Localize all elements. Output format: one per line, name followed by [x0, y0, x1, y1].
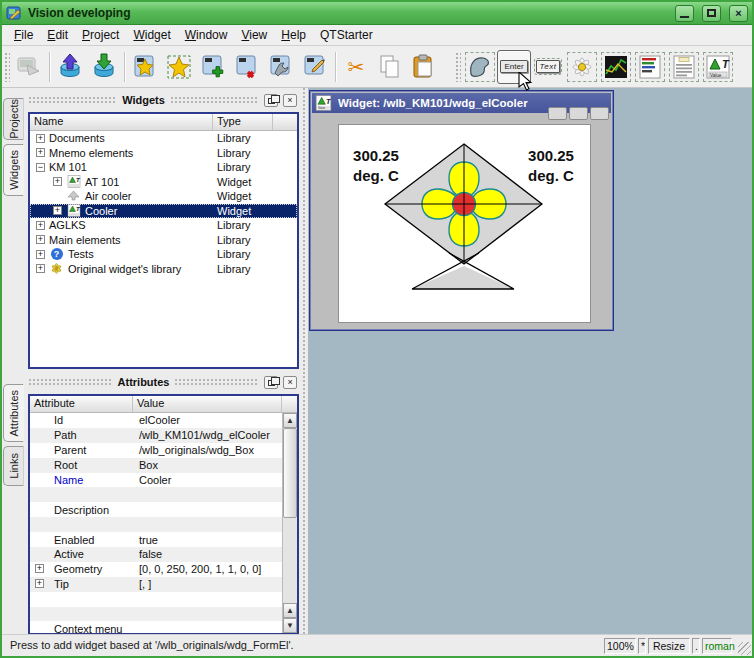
- attr-row-enabled[interactable]: Enabledtrue: [30, 532, 297, 547]
- tree-row-documents[interactable]: + Documents Library: [30, 131, 297, 146]
- attr-row-active[interactable]: Activefalse: [30, 547, 297, 562]
- minimize-button[interactable]: [675, 5, 694, 22]
- menu-file[interactable]: File: [12, 26, 45, 44]
- attr-row-tip[interactable]: +Tip[, ]: [30, 577, 297, 592]
- air-cooler-icon: [66, 190, 81, 203]
- load-from-db-button[interactable]: [53, 50, 87, 84]
- tab-links[interactable]: Links: [3, 446, 24, 486]
- scroll-down-icon[interactable]: ▼: [283, 618, 297, 633]
- menu-help[interactable]: Help: [279, 26, 318, 44]
- cut-icon: ✂: [348, 55, 365, 79]
- expander-icon[interactable]: +: [36, 250, 45, 259]
- diagram-element-icon: [603, 54, 629, 80]
- menu-edit[interactable]: Edit: [45, 26, 80, 44]
- mdi-minimize-button[interactable]: [548, 107, 567, 120]
- attr-row-name[interactable]: NameCooler: [30, 473, 297, 488]
- expander-icon[interactable]: +: [35, 564, 44, 573]
- title-bar[interactable]: Vision developing ×: [2, 2, 752, 25]
- column-value[interactable]: Value: [133, 396, 282, 412]
- copy-button[interactable]: [373, 50, 407, 84]
- tree-row-air-cooler[interactable]: Air cooler Widget: [30, 189, 297, 204]
- save-to-db-button[interactable]: [87, 50, 121, 84]
- protocol-element-button[interactable]: [633, 50, 667, 84]
- expander-icon[interactable]: +: [36, 221, 45, 230]
- toolbar-drag-handle[interactable]: [4, 52, 10, 82]
- tab-widgets[interactable]: Widgets: [3, 144, 24, 196]
- paste-button[interactable]: [407, 50, 441, 84]
- document-element-button[interactable]: [667, 50, 701, 84]
- expander-icon[interactable]: −: [36, 163, 45, 172]
- elementary-figures-button[interactable]: [463, 50, 497, 84]
- resize-grip[interactable]: [738, 642, 751, 655]
- scroll-up-icon[interactable]: ▲: [283, 603, 297, 618]
- tree-row-mnemo-elements[interactable]: + Mnemo elements Library: [30, 146, 297, 161]
- attr-row-description[interactable]: Description: [30, 502, 297, 517]
- maximize-icon: [707, 9, 716, 17]
- menu-project[interactable]: Project: [80, 26, 131, 44]
- column-type[interactable]: Type: [213, 114, 273, 130]
- tree-row-cooler-selected[interactable]: + T Cooler Widget: [30, 204, 297, 219]
- expander-icon[interactable]: +: [53, 177, 62, 186]
- widget-canvas[interactable]: 300.25 deg. C 300.25 deg. C: [338, 124, 591, 323]
- close-panel-button[interactable]: ×: [283, 376, 297, 389]
- add-visual-item-button[interactable]: [196, 50, 230, 84]
- edit-visual-item-button[interactable]: [298, 50, 332, 84]
- tree-row-aglks[interactable]: + AGLKS Library: [30, 218, 297, 233]
- tree-row-tests[interactable]: + ? Tests Library: [30, 247, 297, 262]
- menu-view[interactable]: View: [239, 26, 279, 44]
- menu-window[interactable]: Window: [183, 26, 240, 44]
- derived-widget-icon: T Value: [705, 54, 731, 80]
- delete-visual-item-button[interactable]: [230, 50, 264, 84]
- widget-editor-window[interactable]: T Value Widget: /wlb_KM101/wdg_elCooler …: [309, 90, 614, 331]
- svg-text:300.25: 300.25: [528, 147, 574, 164]
- text-element-button[interactable]: Text: [531, 50, 565, 84]
- expander-icon[interactable]: +: [35, 579, 44, 588]
- derived-widget-button[interactable]: T Value: [701, 50, 735, 84]
- tree-item-type: Library: [217, 219, 251, 231]
- attr-row-context-menu[interactable]: Context menu: [30, 621, 297, 635]
- attributes-scrollbar[interactable]: ▲ ▲ ▼: [282, 413, 297, 633]
- diagram-element-button[interactable]: [599, 50, 633, 84]
- toolbar-drag-handle[interactable]: [455, 52, 461, 82]
- column-name[interactable]: Name: [30, 114, 213, 130]
- menu-widget[interactable]: Widget: [131, 26, 182, 44]
- tab-projects[interactable]: Projects: [3, 98, 24, 140]
- attr-row-root[interactable]: RootBox: [30, 458, 297, 473]
- svg-text:deg. C: deg. C: [528, 167, 574, 184]
- tree-row-km101[interactable]: − KM 101 Library: [30, 160, 297, 175]
- close-panel-button[interactable]: ×: [283, 94, 297, 107]
- float-panel-button[interactable]: [264, 376, 278, 389]
- vertical-splitter[interactable]: [299, 88, 308, 634]
- visual-item-properties-button[interactable]: [264, 50, 298, 84]
- expander-icon[interactable]: +: [36, 148, 45, 157]
- attr-row-path[interactable]: Path/wlb_KM101/wdg_elCooler: [30, 428, 297, 443]
- scrollbar-thumb[interactable]: [283, 428, 297, 518]
- run-project-button[interactable]: [12, 50, 46, 84]
- scrollbar-track[interactable]: [283, 518, 297, 603]
- attributes-panel-title: Attributes: [118, 376, 170, 388]
- new-container-widget-button[interactable]: [162, 50, 196, 84]
- expander-icon[interactable]: +: [36, 264, 45, 273]
- float-panel-button[interactable]: [264, 94, 278, 107]
- maximize-button[interactable]: [702, 5, 721, 22]
- mdi-maximize-button[interactable]: [569, 107, 588, 120]
- attr-label: Enabled: [30, 534, 133, 546]
- attr-row-geometry[interactable]: +Geometry[0, 0, 250, 200, 1, 1, 0, 0]: [30, 562, 297, 577]
- new-library-button[interactable]: [128, 50, 162, 84]
- close-button[interactable]: ×: [729, 5, 748, 22]
- media-element-button[interactable]: [565, 50, 599, 84]
- cut-button[interactable]: ✂: [339, 50, 373, 84]
- attr-row-parent[interactable]: Parent/wlb_originals/wdg_Box: [30, 443, 297, 458]
- attr-row-id[interactable]: IdelCooler: [30, 413, 297, 428]
- expander-icon[interactable]: +: [36, 134, 45, 143]
- tree-row-main-elements[interactable]: + Main elements Library: [30, 233, 297, 248]
- scroll-up-icon[interactable]: ▲: [283, 413, 297, 428]
- tree-row-original-library[interactable]: + Original widget's library Library: [30, 262, 297, 277]
- tab-attributes[interactable]: Attributes: [3, 384, 24, 442]
- mdi-close-button[interactable]: [590, 107, 609, 120]
- expander-icon[interactable]: +: [36, 235, 45, 244]
- column-attribute[interactable]: Attribute: [30, 396, 133, 412]
- tree-row-at101[interactable]: + T AT 101 Widget: [30, 175, 297, 190]
- menu-qtstarter[interactable]: QTStarter: [318, 26, 385, 44]
- expander-icon[interactable]: +: [53, 206, 62, 215]
